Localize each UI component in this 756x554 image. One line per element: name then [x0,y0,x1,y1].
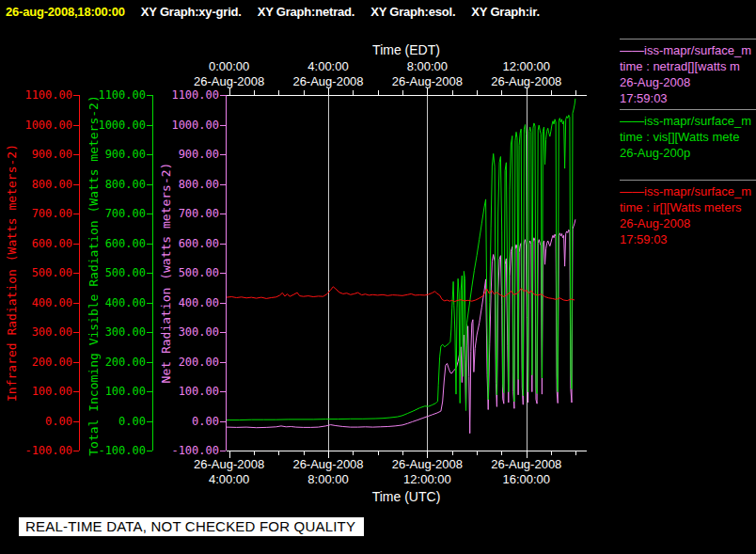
legend-entry-ir: ——iss-mapr/surface_mtime : ir[][Watts me… [620,180,756,250]
y-tick-label: -100.00 [91,444,146,457]
bottom-axis-date-label: 26-Aug-2008 [491,457,561,471]
y-tick-label: 100.00 [18,385,72,398]
y-tick-label: 1100.00 [18,88,72,102]
series-ir [227,287,575,302]
y-tick-label: 900.00 [18,148,72,161]
y-tick-label: 0.00 [18,415,72,428]
ir-axis-title: Infrared Radiation (Watts meters-2) [5,144,19,402]
y-tick-label: 500.00 [165,266,219,279]
top-axis-date-label: 26-Aug-2008 [194,74,264,88]
legend-line: 26-Aug-2008 [620,215,756,231]
legend-line: time : netrad[][watts m [620,58,756,74]
y-tick-label: 0.00 [165,415,219,428]
bottom-axis-time-label: 8:00:00 [307,472,348,486]
y-tick-label: 600.00 [91,237,146,250]
y-tick-label: 1000.00 [18,119,72,132]
y-tick-label: 400.00 [165,296,219,309]
y-tick-label: 1000.00 [91,119,146,132]
bottom-axis-time-label: 12:00:00 [403,472,451,486]
legend-line: time : vis[][Watts mete [620,129,756,145]
top-axis-title: Time (EDT) [372,42,440,57]
top-axis-time-label: 0:00:00 [209,59,249,73]
y-tick-label: 400.00 [91,296,146,309]
y-tick-label: 800.00 [165,178,219,191]
y-tick-label: 800.00 [91,178,146,191]
legend-entry-netrad: ——iss-mapr/surface_mtime : netrad[][watt… [620,39,756,109]
y-tick-label: 200.00 [165,356,219,369]
y-tick-label: 700.00 [18,207,72,220]
y-tick-label: 500.00 [18,266,72,279]
y-tick-label: 300.00 [18,325,72,339]
y-tick-label: 1100.00 [91,88,146,102]
bottom-axis-date-label: 26-Aug-2008 [292,457,363,471]
y-tick-label: -100.00 [18,444,72,457]
y-tick-label: 500.00 [91,266,146,279]
bottom-axis-date-label: 26-Aug-2008 [194,457,264,471]
legend-line: time : ir[][Watts meters [620,199,756,215]
y-tick-label: 100.00 [91,385,146,398]
y-tick-label: 300.00 [165,325,219,339]
legend-line: ——iss-mapr/surface_m [620,113,756,129]
y-tick-label: 900.00 [165,148,219,161]
y-tick-label: 300.00 [91,325,146,339]
y-tick-label: 1000.00 [165,119,219,132]
legend-line: 17:59:03 [620,90,756,106]
y-tick-label: -100.00 [165,444,219,457]
quality-notice: REAL-TIME DATA, NOT CHECKED FOR QUALITY [19,517,364,536]
top-axis-date-label: 26-Aug-2008 [392,74,463,88]
y-tick-label: 600.00 [165,237,219,250]
bottom-axis-title: Time (UTC) [372,489,441,504]
y-tick-label: 0.00 [91,415,146,428]
legend-line: 26-Aug-2008 [620,74,756,90]
bottom-axis-time-label: 16:00:00 [502,472,550,486]
y-tick-label: 1100.00 [165,88,219,102]
y-tick-label: 400.00 [18,296,72,309]
bottom-axis-time-label: 4:00:00 [209,472,249,486]
y-tick-label: 900.00 [91,148,146,161]
top-axis-date-label: 26-Aug-2008 [292,74,363,88]
top-axis-time-label: 8:00:00 [407,59,448,73]
top-axis-time-label: 12:00:00 [502,59,550,73]
y-tick-label: 200.00 [91,356,146,369]
legend-line [620,161,756,177]
bottom-axis-date-label: 26-Aug-2008 [392,457,463,471]
legend-line: ——iss-mapr/surface_m [620,183,756,199]
legend-line: ——iss-mapr/surface_m [620,42,756,58]
instrument-display: 26-aug-2008,18:00:00XY Graph:xy-grid.XY … [0,0,756,554]
top-axis-time-label: 4:00:00 [307,59,348,73]
y-tick-label: 200.00 [18,356,72,369]
legend-line: 26-Aug-200p [620,145,756,161]
legend-line: 17:59:03 [620,231,756,247]
legend-entry-vis: ——iss-mapr/surface_mtime : vis[][Watts m… [620,109,756,180]
top-axis-date-label: 26-Aug-2008 [491,74,561,88]
series-vis [227,99,575,420]
legend: ——iss-mapr/surface_mtime : netrad[][watt… [620,39,756,250]
y-tick-label: 600.00 [18,237,72,250]
y-tick-label: 100.00 [165,385,219,398]
y-tick-label: 800.00 [18,178,72,191]
y-tick-label: 700.00 [91,207,146,220]
y-tick-label: 700.00 [165,207,219,220]
